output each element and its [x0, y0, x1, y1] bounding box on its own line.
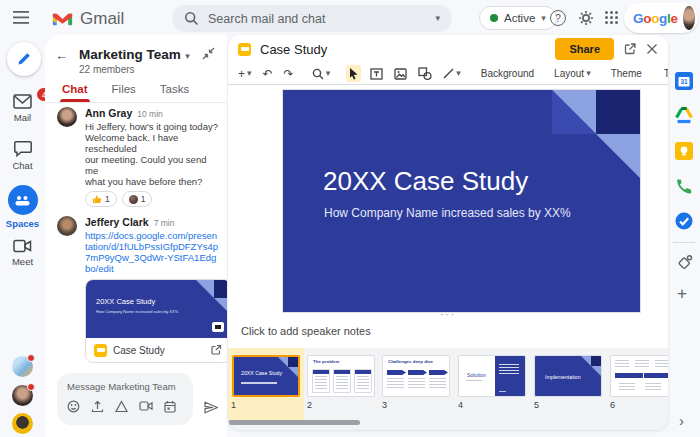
meet-icon [13, 239, 32, 253]
open-in-new-icon[interactable] [210, 344, 222, 356]
help-button[interactable]: ? [550, 10, 566, 26]
tasks-app-icon[interactable] [675, 212, 693, 230]
sidebar-item-mail[interactable]: 4 Mail [0, 94, 45, 123]
filmstrip-slide-3[interactable]: Challenges deep dive [382, 355, 450, 397]
presence-dot [27, 354, 35, 362]
message: Ann Gray 10 min Hi Jeffery, how's it goi… [57, 107, 219, 207]
transition-button[interactable]: Transition [660, 66, 668, 81]
slide-number: 1 [231, 400, 236, 410]
calendar-app-icon[interactable]: 31 [675, 72, 693, 90]
filmstrip-slide-6[interactable] [610, 355, 668, 397]
doc-title[interactable]: Case Study [260, 42, 546, 57]
sidebar-item-spaces[interactable]: Spaces [0, 185, 45, 229]
contact-avatar[interactable] [12, 356, 33, 377]
google-letter: G [633, 11, 643, 26]
get-add-ons-icon[interactable] [675, 254, 693, 272]
contact-avatar[interactable] [12, 413, 33, 434]
select-tool-button[interactable] [346, 65, 361, 82]
filmstrip-slide-1[interactable]: 20XX Case Study [232, 355, 300, 397]
zoom-button[interactable]: ▾ [310, 66, 333, 82]
insert-line-button[interactable]: ▾ [441, 66, 463, 81]
filmstrip-slide-5[interactable]: Implementation [534, 355, 602, 397]
back-arrow-icon[interactable]: ← [55, 48, 68, 63]
chat-panel: ← Marketing Team ▾ 22 members Chat Files… [45, 35, 227, 437]
filmstrip-slide-2[interactable]: The problem [307, 355, 375, 397]
current-slide[interactable]: 20XX Case Study How Company Name increas… [283, 90, 640, 312]
emoji-icon[interactable] [67, 400, 80, 413]
space-title-caret-icon[interactable]: ▾ [185, 51, 190, 61]
compose-button[interactable] [7, 42, 41, 76]
sidebar-item-meet[interactable]: Meet [0, 239, 45, 267]
settings-button[interactable] [578, 10, 594, 26]
drive-app-icon[interactable] [675, 107, 693, 124]
close-icon[interactable] [646, 43, 658, 55]
caret-down-icon: ▾ [326, 69, 331, 78]
caret-down-icon: ▾ [247, 69, 252, 78]
image-icon [394, 68, 407, 80]
mail-icon: 4 [13, 94, 32, 109]
status-caret-icon: ▾ [541, 14, 546, 23]
main-menu-icon[interactable] [13, 11, 29, 24]
message-time: 10 min [137, 109, 163, 119]
redo-button[interactable]: ↷ [282, 66, 296, 82]
reaction-fist[interactable]: 1 [122, 191, 153, 207]
active-status-dot-icon [490, 14, 498, 22]
background-button[interactable]: Background [477, 66, 538, 81]
slide-subtitle[interactable]: How Company Name increased sales by XX% [324, 206, 571, 220]
calendar-icon[interactable] [164, 400, 176, 413]
top-bar: Gmail Search mail and chat ▾ Active ▾ ? … [0, 0, 700, 36]
caret-down-icon: ▾ [456, 69, 461, 78]
contact-avatar[interactable] [12, 385, 33, 406]
send-icon[interactable] [203, 400, 219, 415]
reaction-thumbs-up[interactable]: 1 [85, 191, 117, 207]
apps-grid-button[interactable] [604, 10, 619, 25]
slide-title[interactable]: 20XX Case Study [323, 166, 528, 197]
message-time: 7 min [154, 218, 175, 228]
share-button[interactable]: Share [555, 38, 614, 60]
insert-shape-button[interactable] [416, 65, 434, 82]
upload-icon[interactable] [91, 400, 104, 413]
search-input[interactable]: Search mail and chat ▾ [172, 5, 452, 32]
gmail-logo[interactable]: Gmail [52, 9, 124, 29]
space-title[interactable]: Marketing Team [79, 47, 181, 62]
notes-resize-handle[interactable]: ··· [228, 311, 668, 319]
insert-image-button[interactable] [392, 66, 409, 82]
message-composer[interactable]: Message Marketing Team [57, 373, 193, 425]
file-name: Case Study [113, 345, 204, 356]
avatar[interactable] [57, 107, 77, 127]
layout-button[interactable]: Layout ▾ [552, 66, 593, 81]
collapse-icon[interactable] [202, 47, 215, 60]
avatar[interactable] [57, 216, 77, 236]
status-selector[interactable]: Active ▾ [479, 6, 557, 30]
link-preview-card[interactable]: 20XX Case Study How Company Name increas… [85, 279, 227, 363]
search-options-caret-icon[interactable]: ▾ [435, 14, 440, 23]
slides-header: Case Study Share [228, 35, 668, 63]
message-text: Welcome back. I have rescheduled [85, 132, 219, 154]
google-letter: o [643, 11, 651, 26]
undo-button[interactable]: ↶ [261, 66, 275, 82]
slide-number: 2 [307, 400, 312, 410]
caret-down-icon: ▾ [586, 69, 591, 78]
sidebar-item-chat[interactable]: Chat [0, 140, 45, 171]
text-box-tool-button[interactable] [368, 66, 385, 82]
theme-button[interactable]: Theme [607, 66, 646, 81]
collapse-side-panel-chevron-icon[interactable]: › [679, 412, 684, 429]
account-avatar[interactable] [683, 6, 695, 30]
thumb-title: Solution [467, 372, 486, 378]
speaker-notes-placeholder[interactable]: Click to add speaker notes [228, 319, 668, 337]
drive-icon[interactable] [115, 400, 128, 413]
shared-link[interactable]: https://docs.google.com/presentation/d/1… [85, 230, 219, 274]
open-in-new-icon[interactable] [623, 42, 637, 56]
plus-icon: + [238, 68, 245, 80]
search-placeholder: Search mail and chat [208, 12, 426, 26]
filmstrip-slide-4[interactable]: Solution [458, 355, 526, 397]
video-camera-icon[interactable] [139, 400, 153, 412]
message-author: Jeffery Clark [85, 216, 149, 228]
voice-app-icon[interactable] [675, 177, 693, 195]
keep-app-icon[interactable] [675, 142, 693, 160]
new-slide-button[interactable]: + ▾ [236, 66, 254, 82]
spaces-icon [8, 185, 38, 215]
add-shortcut-plus-icon[interactable]: + [677, 284, 687, 304]
filmstrip-scrollbar[interactable] [228, 420, 360, 425]
slides-app-icon [238, 43, 251, 56]
